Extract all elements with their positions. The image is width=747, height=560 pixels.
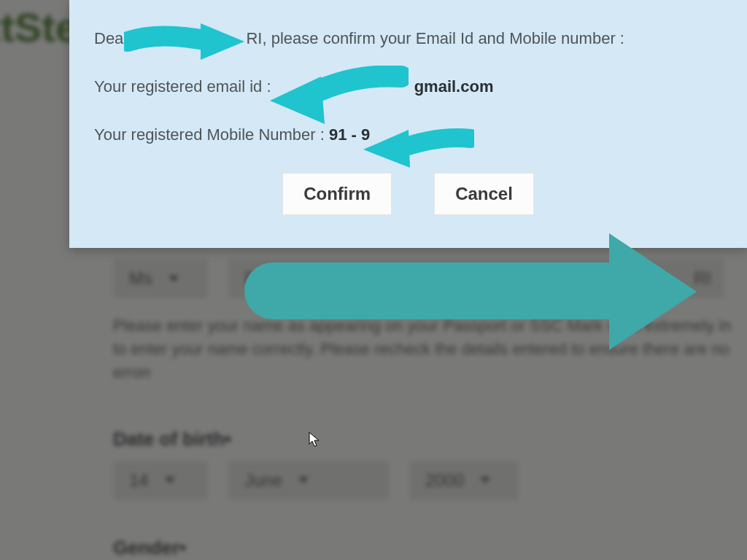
modal-greeting: Dear PRI, please confirm your Email Id a… bbox=[94, 29, 722, 48]
greeting-prefix: Dear bbox=[94, 29, 133, 47]
mouse-cursor-icon bbox=[309, 432, 320, 448]
mobile-label: Your registered Mobile Number : bbox=[94, 125, 329, 144]
mobile-value: 91 - 9 bbox=[329, 125, 370, 144]
modal-email-line: Your registered email id : gmail.com bbox=[94, 77, 722, 96]
modal-mobile-line: Your registered Mobile Number : 91 - 9 bbox=[94, 125, 722, 144]
email-label: Your registered email id : bbox=[94, 77, 276, 96]
confirm-button[interactable]: Confirm bbox=[283, 174, 391, 214]
greeting-name-start: P bbox=[133, 29, 144, 47]
email-value: gmail.com bbox=[414, 77, 494, 96]
greeting-rest: , please confirm your Email Id and Mobil… bbox=[262, 29, 624, 47]
cancel-button[interactable]: Cancel bbox=[435, 174, 533, 214]
confirm-modal: Dear PRI, please confirm your Email Id a… bbox=[69, 0, 747, 248]
greeting-name-end: RI bbox=[246, 29, 262, 47]
